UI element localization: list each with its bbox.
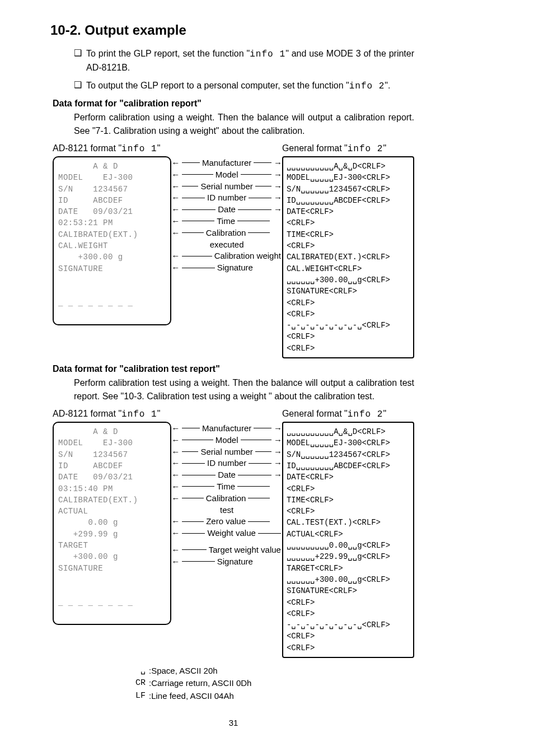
legend: ␣:Space, ASCII 20h CR:Carriage return, A… [125, 665, 414, 703]
subheading-cal-test-report: Data format for "calibration test report… [53, 364, 414, 374]
format-title-ad8121: AD-8121 format "info 1" [53, 143, 171, 154]
diagram-calibration-report: AD-8121 format "info 1" A & D MODEL EJ-3… [53, 143, 414, 358]
section-title: 10-2. Output example [50, 22, 414, 38]
annotation-column: Manufacturer Model Serial number ID numb… [171, 143, 282, 274]
bullet-text: To print the GLP report, set the functio… [86, 47, 414, 74]
subheading-cal-report: Data format for "calibration report" [53, 99, 414, 109]
diagram-calibration-test-report: AD-8121 format "info 1" A & D MODEL EJ-3… [53, 409, 414, 658]
bullet-text: To output the GLP report to a personal c… [86, 79, 390, 93]
format-title-general: General format "info 2" [282, 409, 414, 419]
paragraph: Perform calibration test using a weight.… [74, 376, 414, 403]
seg-code: info 1 [250, 49, 285, 59]
format-title-ad8121: AD-8121 format "info 1" [53, 409, 171, 419]
printout-ad8121: A & D MODEL EJ-300 S/N 1234567 ID ABCDEF… [53, 422, 171, 625]
bullet-1: ❑ To print the GLP report, set the funct… [74, 47, 414, 74]
annotation-column: Manufacturer Model Serial number ID numb… [171, 409, 282, 568]
printout-general: ␣␣␣␣␣␣␣␣␣␣A␣&␣D<CRLF> MODEL␣␣␣␣␣EJ-300<C… [282, 156, 414, 358]
printout-general: ␣␣␣␣␣␣␣␣␣␣A␣&␣D<CRLF> MODEL␣␣␣␣␣EJ-300<C… [282, 422, 414, 658]
page-number: 31 [53, 718, 414, 727]
seg-code: info 2 [349, 81, 385, 91]
printout-ad8121: A & D MODEL EJ-300 S/N 1234567 ID ABCDEF… [53, 156, 171, 325]
paragraph: Perform calibration using a weight. Then… [74, 111, 414, 138]
bullet-icon: ❑ [74, 79, 82, 91]
format-title-general: General format "info 2" [282, 143, 414, 154]
bullet-2: ❑ To output the GLP report to a personal… [74, 79, 414, 93]
bullet-icon: ❑ [74, 47, 82, 59]
